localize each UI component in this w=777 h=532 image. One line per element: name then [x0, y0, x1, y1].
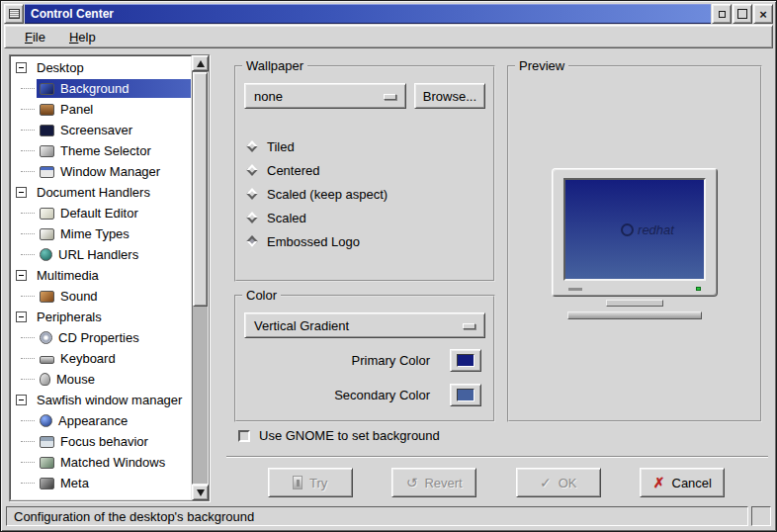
theme-selector-icon [40, 145, 54, 157]
tree-item-sawfish[interactable]: Sawfish window manager [11, 390, 191, 410]
wallpaper-group: Wallpaper none Browse... Tiled Centered … [234, 58, 495, 282]
tree-item-matched-windows[interactable]: Matched Windows [11, 452, 191, 473]
tree-item-window-manager[interactable]: Window Manager [11, 161, 191, 182]
statusbar: Configuration of the desktop's backgroun… [4, 504, 773, 528]
menu-file[interactable]: File [15, 28, 55, 46]
maximize-icon [737, 9, 747, 19]
keyboard-icon [40, 356, 54, 364]
tree-item-mime-types[interactable]: Mime Types [11, 223, 191, 244]
tree-item-focus-behavior[interactable]: Focus behavior [11, 431, 191, 452]
action-buttons: Try ↺ Revert ✓ OK ✗ Cancel [228, 468, 764, 497]
minimize-button[interactable] [712, 4, 732, 24]
radio-icon [246, 188, 257, 199]
tree-item-desktop[interactable]: Desktop [11, 57, 191, 78]
try-button[interactable]: Try [268, 468, 353, 497]
radio-icon [246, 140, 257, 151]
cancel-button[interactable]: ✗ Cancel [640, 468, 725, 497]
scroll-down-button[interactable] [192, 485, 209, 500]
tree-scrollbar[interactable] [192, 55, 209, 500]
primary-color-swatch[interactable] [450, 349, 481, 372]
tree-item-mouse[interactable]: Mouse [11, 369, 191, 390]
cd-properties-icon [40, 331, 52, 344]
power-led-icon [696, 287, 701, 291]
tree-item-document-handlers[interactable]: Document Handlers [11, 182, 191, 203]
tree-item-cd-properties[interactable]: CD Properties [11, 327, 191, 348]
radio-icon [246, 164, 257, 175]
tree-item-keyboard[interactable]: Keyboard [11, 348, 191, 369]
tree-item-background[interactable]: Background [11, 78, 191, 99]
window-menu-icon [9, 9, 20, 19]
mime-types-icon [40, 228, 54, 240]
url-handlers-icon [40, 248, 52, 261]
sound-icon [40, 291, 54, 303]
mouse-icon [40, 373, 50, 386]
color-group: Color Vertical Gradient Primary Color Se… [234, 288, 495, 422]
wallpaper-file-dropdown[interactable]: none [244, 83, 406, 109]
ok-button[interactable]: ✓ OK [516, 468, 601, 497]
titlebar-drag-area[interactable]: Control Center [25, 4, 711, 24]
tree-item-peripherals[interactable]: Peripherals [11, 307, 191, 327]
expander-icon[interactable] [16, 270, 27, 281]
revert-icon: ↺ [406, 476, 418, 489]
arrow-down-icon [197, 489, 205, 496]
menu-help[interactable]: Help [59, 28, 106, 46]
radio-scaled-keep-aspect[interactable]: Scaled (keep aspect) [248, 182, 493, 206]
maximize-button[interactable] [733, 4, 752, 24]
arrow-up-icon [197, 60, 205, 67]
tree-item-theme-selector[interactable]: Theme Selector [11, 140, 191, 161]
window-manager-icon [40, 166, 54, 178]
screensaver-icon [40, 125, 54, 136]
secondary-color-chip [457, 389, 475, 401]
checkbox-icon[interactable] [238, 430, 250, 442]
redhat-logo-icon [621, 223, 634, 236]
radio-scaled[interactable]: Scaled [248, 206, 493, 229]
redhat-logo: redhat [595, 222, 674, 237]
expander-icon[interactable] [16, 62, 27, 73]
window-menu-button[interactable] [4, 4, 24, 24]
option-menu-indicator-icon [463, 323, 475, 329]
wallpaper-file-value: none [254, 89, 283, 104]
tree-item-sound[interactable]: Sound [11, 286, 191, 307]
try-icon [293, 476, 302, 489]
status-text-area: Configuration of the desktop's backgroun… [6, 506, 748, 526]
tree-item-multimedia[interactable]: Multimedia [11, 265, 191, 286]
close-button[interactable]: × [753, 4, 773, 24]
tree-item-panel[interactable]: Panel [11, 99, 191, 120]
revert-button[interactable]: ↺ Revert [391, 468, 476, 497]
tree-item-appearance[interactable]: Appearance [11, 410, 191, 431]
scroll-up-button[interactable] [192, 55, 209, 71]
use-gnome-label: Use GNOME to set background [259, 428, 440, 443]
color-legend: Color [242, 288, 281, 303]
appearance-icon [40, 414, 52, 427]
window-title: Control Center [31, 7, 114, 21]
radio-icon [246, 235, 257, 246]
background-icon [40, 83, 54, 95]
gradient-type-value: Vertical Gradient [254, 318, 349, 333]
resize-grip[interactable] [751, 506, 771, 526]
expander-icon[interactable] [16, 311, 27, 322]
meta-icon [40, 478, 54, 489]
tree-item-default-editor[interactable]: Default Editor [11, 203, 191, 223]
expander-icon[interactable] [16, 395, 27, 405]
menubar: File Help [4, 25, 773, 48]
radio-tiled[interactable]: Tiled [248, 134, 493, 158]
radio-centered[interactable]: Centered [248, 158, 493, 182]
primary-color-label: Primary Color [352, 353, 430, 368]
category-tree: Desktop Background Panel [9, 54, 210, 501]
tree-item-screensaver[interactable]: Screensaver [11, 120, 191, 140]
tree-item-url-handlers[interactable]: URL Handlers [11, 244, 191, 265]
scrollbar-trough[interactable] [192, 71, 209, 485]
gradient-type-dropdown[interactable]: Vertical Gradient [244, 312, 485, 338]
use-gnome-checkbox[interactable]: Use GNOME to set background [238, 428, 440, 443]
scrollbar-thumb[interactable] [193, 72, 208, 307]
monitor-stand [606, 300, 663, 307]
button-separator [226, 456, 768, 458]
control-center-window: Control Center × File Help Desktop [0, 0, 777, 532]
browse-button[interactable]: Browse... [414, 83, 485, 109]
tree-item-meta[interactable]: Meta [11, 473, 191, 493]
radio-embossed-logo[interactable]: Embossed Logo [248, 229, 493, 253]
cancel-icon: ✗ [653, 476, 665, 489]
secondary-color-swatch[interactable] [450, 384, 481, 406]
expander-icon[interactable] [16, 187, 27, 198]
preview-monitor: redhat [552, 168, 718, 297]
